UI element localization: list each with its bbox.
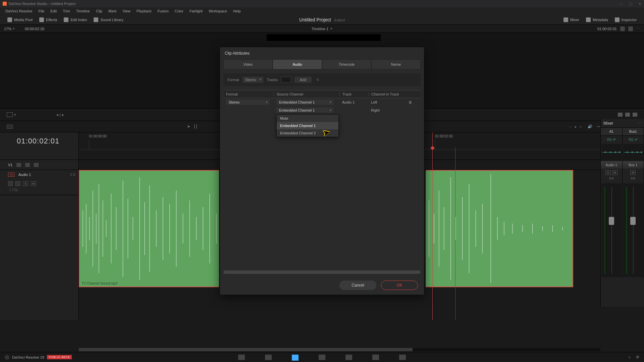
ok-button[interactable]: OK xyxy=(381,281,418,290)
audio-clip[interactable] xyxy=(426,170,573,287)
edit-index-button[interactable]: Edit Index xyxy=(60,16,90,23)
timeline-selector[interactable]: Timeline 1▾ xyxy=(312,26,332,31)
fader[interactable] xyxy=(601,183,622,277)
video-track-header[interactable]: V1 xyxy=(0,160,78,170)
menu-help[interactable]: Help xyxy=(230,8,244,14)
menu-playback[interactable]: Playback xyxy=(134,8,154,14)
menu-file[interactable]: File xyxy=(36,8,47,14)
fairlight-page-icon[interactable] xyxy=(372,355,379,360)
eq-label[interactable]: EQ⇄ xyxy=(601,136,622,143)
effects-button[interactable]: Effects xyxy=(36,16,60,23)
selection-tool-icon[interactable]: ➤ xyxy=(187,124,190,129)
tab-timecode[interactable]: Timecode xyxy=(322,59,371,69)
fader[interactable] xyxy=(623,183,643,277)
menu-workspace[interactable]: Workspace xyxy=(206,8,230,14)
last-clip-icon[interactable] xyxy=(633,113,637,117)
a1-badge[interactable]: A1 xyxy=(8,173,14,177)
fader-knob[interactable] xyxy=(630,217,636,225)
tab-name[interactable]: Name xyxy=(371,59,421,69)
next-clip-icon[interactable] xyxy=(625,113,630,117)
tab-audio[interactable]: Audio xyxy=(273,59,322,69)
playhead[interactable] xyxy=(432,132,433,320)
audio-track-header[interactable]: A1 Audio 1 2.0 S M 1 Clip xyxy=(0,170,78,195)
options-icon[interactable]: ⋯ xyxy=(636,26,640,31)
eq-graph[interactable] xyxy=(601,144,622,161)
record-timecode: 01:00:02:01 xyxy=(597,27,617,31)
zoom-out-icon[interactable]: − xyxy=(569,125,571,129)
gear-icon[interactable]: ⚙ xyxy=(636,355,639,359)
tab-video[interactable]: Video xyxy=(223,59,273,69)
menu-timeline[interactable]: Timeline xyxy=(73,8,93,14)
dropdown-option-mute[interactable]: Mute xyxy=(277,115,338,122)
format-select[interactable]: Stereo xyxy=(243,77,263,83)
next-edit-icon[interactable]: ▸ xyxy=(62,113,64,117)
zoom-percent[interactable]: 17% xyxy=(4,27,11,31)
tracks-input[interactable] xyxy=(281,77,291,83)
source-timecode: 00:00:02:20 xyxy=(25,27,44,31)
edit-page-icon[interactable] xyxy=(292,355,299,360)
options-icon[interactable]: ⋯ xyxy=(638,121,641,125)
minimize-icon[interactable]: — xyxy=(619,2,623,6)
cut-page-icon[interactable] xyxy=(265,355,272,360)
lock-icon[interactable] xyxy=(8,181,13,186)
media-page-icon[interactable] xyxy=(238,355,245,360)
eq-graph[interactable] xyxy=(623,144,643,161)
source-channel-select[interactable]: Embedded Channel 1 xyxy=(276,100,333,105)
speaker-icon[interactable]: 🔊 xyxy=(588,124,592,129)
solo-button[interactable]: S xyxy=(23,181,28,186)
chevron-down-icon[interactable]: ▾ xyxy=(13,26,15,31)
format-select[interactable]: Stereo xyxy=(226,100,270,105)
source-channel-select[interactable]: Embedded Channel 1 xyxy=(276,108,333,113)
eq-label[interactable]: EQ⇄ xyxy=(623,136,644,143)
mixer-button[interactable]: Mixer xyxy=(560,16,583,23)
inspector-button[interactable]: Inspector xyxy=(611,16,640,23)
close-icon[interactable]: ✕ xyxy=(638,2,641,6)
delete-icon[interactable]: 🗑 xyxy=(409,100,415,104)
prev-edit-icon[interactable]: ◂ xyxy=(56,113,58,117)
menu-fairlight[interactable]: Fairlight xyxy=(187,8,205,14)
add-button[interactable]: Add xyxy=(294,77,312,83)
mute-button[interactable]: M xyxy=(31,181,36,186)
maximize-icon[interactable]: ▢ xyxy=(629,2,632,6)
zoom-in-icon[interactable]: + xyxy=(580,125,582,129)
single-viewer-icon[interactable] xyxy=(628,26,633,31)
track-toggle-icon[interactable] xyxy=(25,163,30,167)
cancel-button[interactable]: Cancel xyxy=(339,281,376,290)
reset-icon[interactable]: ↻ xyxy=(316,78,319,82)
sound-library-button[interactable]: Sound Library xyxy=(90,16,127,23)
ruler-spacer xyxy=(0,150,78,160)
lock-icon[interactable] xyxy=(16,163,21,167)
menu-mark[interactable]: Mark xyxy=(106,8,119,14)
selection-mode-icon[interactable] xyxy=(7,112,13,117)
menu-color[interactable]: Color xyxy=(172,8,186,14)
mute-button[interactable]: M xyxy=(612,170,618,175)
menu-edit[interactable]: Edit xyxy=(48,8,59,14)
metadata-button[interactable]: Metadata xyxy=(583,16,611,23)
app-logo-icon xyxy=(5,355,9,360)
dropdown-option-ec1[interactable]: Embedded Channel 1 xyxy=(277,122,338,129)
fusion-page-icon[interactable] xyxy=(319,355,325,360)
loop-icon[interactable] xyxy=(620,26,625,31)
match-frame-icon[interactable] xyxy=(618,113,623,117)
menu-clip[interactable]: Clip xyxy=(93,8,105,14)
menu-view[interactable]: View xyxy=(120,8,133,14)
menu-davinci[interactable]: DaVinci Resolve xyxy=(3,8,35,14)
timeline-view-icon[interactable] xyxy=(7,125,13,129)
solo-button[interactable]: S xyxy=(605,170,611,175)
menu-trim[interactable]: Trim xyxy=(60,8,73,14)
auto-select-icon[interactable] xyxy=(15,181,20,186)
track-toggle-icon[interactable] xyxy=(34,163,39,167)
audio-clip[interactable]: TV Channel Sound.mp3 xyxy=(79,170,219,287)
timeline-scrollbar[interactable] xyxy=(79,348,600,351)
blade-tool-icon[interactable]: ⎮⎮ xyxy=(194,124,198,129)
media-pool-button[interactable]: Media Pool xyxy=(4,16,36,23)
menu-fusion[interactable]: Fusion xyxy=(155,8,171,14)
chevron-down-icon[interactable]: ▾ xyxy=(14,113,16,117)
color-page-icon[interactable] xyxy=(345,355,352,360)
home-icon[interactable]: ⌂ xyxy=(628,355,631,359)
dialog-scrollbar[interactable] xyxy=(223,270,421,274)
fader-knob[interactable] xyxy=(609,217,614,225)
mute-button[interactable]: M xyxy=(630,170,636,175)
deliver-page-icon[interactable] xyxy=(399,355,406,360)
channel-table: Format Source Channel Track Channel in T… xyxy=(223,90,421,268)
